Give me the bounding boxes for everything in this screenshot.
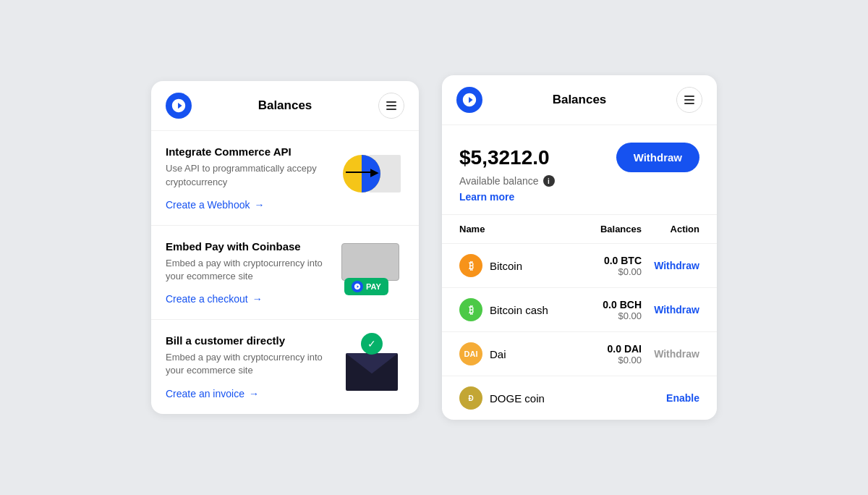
- info-icon[interactable]: i: [543, 175, 555, 187]
- section-pay-title: Embed Pay with Coinbase: [166, 240, 331, 253]
- api-icon-graphic: ▶: [343, 149, 401, 200]
- btc-name: Bitcoin: [490, 260, 522, 272]
- coin-info-dai: DAI Dai: [459, 342, 550, 365]
- withdraw-button-large[interactable]: Withdraw: [616, 143, 699, 172]
- pay-btn-label: PAY: [366, 282, 381, 291]
- pay-illustration: PAY: [339, 240, 404, 298]
- bch-name: Bitcoin cash: [490, 304, 548, 316]
- invoice-icon-graphic: ✓: [343, 336, 401, 391]
- invoice-illustration: ✓: [339, 334, 404, 392]
- api-arrow-line: ▶: [346, 166, 378, 178]
- pay-icon-graphic: PAY: [341, 243, 402, 295]
- menu-line-1: [386, 101, 396, 103]
- api-arrowhead: ▶: [370, 166, 378, 178]
- btc-balance: 0.0 BTC $0.00: [550, 255, 642, 277]
- left-panel: Balances Integrate Commerce API Use API …: [151, 81, 419, 413]
- menu-button[interactable]: [378, 93, 404, 119]
- learn-more-link[interactable]: Learn more: [459, 191, 699, 203]
- left-panel-title: Balances: [258, 98, 312, 113]
- envelope-graphic: [346, 353, 398, 391]
- section-pay-content: Embed Pay with Coinbase Embed a pay with…: [166, 240, 331, 305]
- coin-info-doge: Ð DOGE coin: [459, 386, 550, 410]
- right-menu-line-1: [684, 96, 694, 97]
- col-header-balances: Balances: [550, 224, 642, 234]
- btc-icon: ₿: [459, 254, 482, 277]
- btc-usd-balance: $0.00: [550, 266, 642, 277]
- section-api-content: Integrate Commerce API Use API to progra…: [166, 145, 331, 210]
- table-row-bch: ₿ Bitcoin cash 0.0 BCH $0.00 Withdraw: [442, 288, 717, 332]
- check-icon: ✓: [361, 333, 383, 355]
- dai-action-btn: Withdraw: [642, 348, 699, 360]
- dai-usd-balance: $0.00: [550, 355, 642, 365]
- bch-crypto-balance: 0.0 BCH: [550, 299, 642, 310]
- col-header-action: Action: [642, 224, 699, 234]
- table-row-dai: DAI Dai 0.0 DAI $0.00 Withdraw: [442, 332, 717, 376]
- coin-info-btc: ₿ Bitcoin: [459, 254, 550, 277]
- available-balance-text: Available balance: [459, 175, 539, 187]
- section-invoice-desc: Embed a pay with cryptocurrency into you…: [166, 351, 331, 377]
- balance-label-row: Available balance i: [459, 175, 699, 187]
- pay-card-bg: [341, 243, 399, 281]
- bch-balance: 0.0 BCH $0.00: [550, 299, 642, 321]
- bch-icon: ₿: [459, 298, 482, 321]
- section-invoice-content: Bill a customer directly Embed a pay wit…: [166, 334, 331, 399]
- bch-action-btn[interactable]: Withdraw: [642, 304, 699, 316]
- table-row-doge: Ð DOGE coin Enable: [442, 376, 717, 420]
- pay-coinbase-logo: [352, 281, 363, 292]
- section-pay: Embed Pay with Coinbase Embed a pay with…: [151, 226, 419, 320]
- balance-section: $5,3212.0 Withdraw Available balance i L…: [442, 125, 717, 215]
- btc-crypto-balance: 0.0 BTC: [550, 255, 642, 266]
- section-pay-desc: Embed a pay with cryptocurrency into you…: [166, 257, 331, 283]
- menu-line-3: [386, 109, 396, 110]
- right-logo-icon: [456, 87, 482, 113]
- table-header: Name Balances Action: [442, 215, 717, 244]
- btc-action-btn[interactable]: Withdraw: [642, 260, 699, 271]
- dai-balance: 0.0 DAI $0.00: [550, 343, 642, 365]
- doge-name: DOGE coin: [490, 392, 545, 405]
- right-menu-button[interactable]: [676, 87, 702, 113]
- right-panel: Balances $5,3212.0 Withdraw Available ba…: [442, 75, 717, 420]
- right-panel-header: Balances: [442, 75, 717, 125]
- logo-icon: [166, 93, 192, 119]
- section-api-desc: Use API to programmatically accepy crypt…: [166, 162, 331, 188]
- coin-info-bch: ₿ Bitcoin cash: [459, 298, 550, 321]
- dai-name: Dai: [490, 348, 506, 360]
- col-header-name: Name: [459, 224, 550, 234]
- bch-usd-balance: $0.00: [550, 310, 642, 321]
- pay-button-graphic: PAY: [344, 278, 388, 295]
- menu-line-2: [386, 105, 396, 106]
- api-line: [346, 172, 372, 173]
- create-checkout-link[interactable]: Create a checkout →: [166, 293, 331, 305]
- right-menu-line-2: [684, 99, 694, 101]
- create-webhook-link[interactable]: Create a Webhook →: [166, 199, 331, 211]
- right-panel-title: Balances: [553, 93, 607, 107]
- section-api-title: Integrate Commerce API: [166, 145, 331, 158]
- balance-amount: $5,3212.0: [459, 146, 550, 169]
- dai-crypto-balance: 0.0 DAI: [550, 343, 642, 355]
- section-invoice: Bill a customer directly Embed a pay wit…: [151, 320, 419, 413]
- section-invoice-title: Bill a customer directly: [166, 334, 331, 347]
- api-illustration: ▶: [339, 145, 404, 203]
- balance-top-row: $5,3212.0 Withdraw: [459, 143, 699, 172]
- doge-icon: Ð: [459, 386, 482, 410]
- create-invoice-link[interactable]: Create an invoice →: [166, 388, 331, 399]
- right-menu-line-3: [684, 103, 694, 104]
- table-row-btc: ₿ Bitcoin 0.0 BTC $0.00 Withdraw: [442, 244, 717, 288]
- section-api: Integrate Commerce API Use API to progra…: [151, 131, 419, 225]
- doge-action-btn[interactable]: Enable: [642, 392, 699, 404]
- dai-icon: DAI: [459, 342, 482, 365]
- left-panel-header: Balances: [151, 81, 419, 131]
